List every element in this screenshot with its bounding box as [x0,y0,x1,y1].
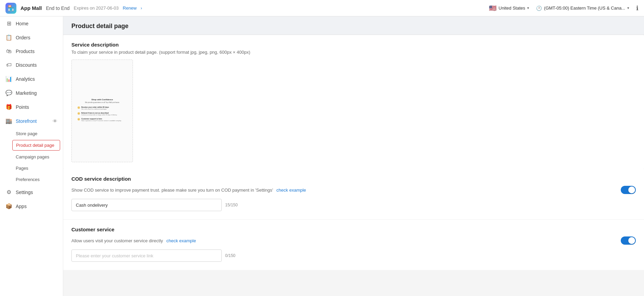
service-description-desc: To claim your service in product detail … [71,50,636,55]
discounts-icon: 🏷 [5,62,12,68]
storefront-icon: 🏬 [5,118,12,124]
page-header: Product detail page [63,16,644,35]
subnav-product-detail-page[interactable]: Product detail page [12,140,60,151]
customer-service-desc-text: Allow users visit your customer service … [71,238,163,243]
timezone-label: (GMT-05:00) Eastern Time (US & Cana... [544,5,625,11]
cod-desc-text: Show COD service to improve payment trus… [71,188,273,193]
mini-item-2: Customer support is here Have a question… [78,118,127,121]
subnav-preferences[interactable]: Preferences [0,174,63,185]
eye-icon[interactable]: 👁 [53,118,57,124]
region-chevron-icon: ▾ [527,6,529,10]
topbar-right: 🇺🇸 United States ▾ 🕐 (GMT-05:00) Eastern… [489,4,639,12]
customer-service-toggle-knob [628,237,635,244]
customer-service-check-example-link[interactable]: check example [166,238,196,243]
renew-arrow-icon: › [141,6,142,11]
customer-service-toggle[interactable] [621,236,636,245]
sidebar-item-orders[interactable]: 📋 Orders [0,30,63,44]
subnav-store-page[interactable]: Store page [0,128,63,139]
cod-check-example-link[interactable]: check example [276,188,306,193]
region-selector[interactable]: 🇺🇸 United States ▾ [489,4,529,12]
logo-icon: 🏪 [8,5,14,11]
expires-text: Expires on 2027-06-03 [74,5,119,11]
subnav-pages[interactable]: Pages [0,163,63,174]
renew-link[interactable]: Renew [123,5,136,11]
sidebar-label-marketing: Marketing [16,90,57,96]
sidebar-label-settings: Settings [16,190,57,195]
service-image-preview[interactable]: Shop with Confidence We provide guarante… [71,60,133,162]
customer-service-section: Customer service Allow users visit your … [63,219,644,270]
cod-char-count: 15/150 [225,203,238,207]
cod-desc-row: Show COD service to improve payment trus… [71,186,636,194]
sidebar-item-products[interactable]: 🛍 Products [0,44,63,58]
analytics-icon: 📊 [5,76,12,82]
customer-service-input-row: 0/150 [71,249,636,262]
sidebar-item-discounts[interactable]: 🏷 Discounts [0,58,63,72]
cod-toggle[interactable] [621,186,636,194]
mini-preview-title: Shop with Confidence [78,99,127,101]
topbar-left: 🏪 App Mall End to End Expires on 2027-06… [5,3,142,14]
sidebar-item-points[interactable]: 🎁 Points [0,100,63,114]
sidebar-item-apps[interactable]: 📦 Apps [0,199,63,213]
mini-preview-content: Shop with Confidence We provide guarante… [75,95,129,127]
mini-item-0: Receive your order within 60 days Get a … [78,106,127,110]
orders-icon: 📋 [5,34,12,41]
cod-toggle-knob [628,186,635,193]
app-logo: 🏪 [5,3,16,14]
home-icon: ⊞ [5,20,12,27]
app-name: App Mall [20,5,42,11]
subnav-campaign-pages[interactable]: Campaign pages [0,151,63,163]
cod-section: COD service description Show COD service… [63,169,644,219]
storefront-subnav: Store page Product detail page Campaign … [0,128,63,185]
flag-icon: 🇺🇸 [489,4,496,12]
sidebar-label-points: Points [16,104,57,110]
sidebar-item-analytics[interactable]: 📊 Analytics [0,72,63,86]
region-label: United States [498,5,525,11]
mini-bullet-2 [78,118,80,120]
sidebar-label-discounts: Discounts [16,62,57,68]
customer-service-desc-left: Allow users visit your customer service … [71,238,196,243]
mini-preview-subtitle: We provide guarantees on all Toys Mall p… [78,102,127,103]
customer-service-title: Customer service [71,227,114,232]
cod-input-row: 15/150 [71,199,636,211]
sidebar-label-products: Products [16,49,57,54]
marketing-icon: 💬 [5,90,12,96]
mini-item-text-1: Refund if item is not as described Conta… [81,112,117,116]
main-content: Product detail page Service description … [63,16,644,296]
points-icon: 🎁 [5,104,12,110]
cod-header: COD service description [71,176,636,184]
cod-desc-left: Show COD service to improve payment trus… [71,187,306,193]
products-icon: 🛍 [5,48,12,54]
cod-title: COD service description [71,176,131,182]
mini-item-1: Refund if item is not as described Conta… [78,112,127,116]
apps-icon: 📦 [5,203,12,209]
sidebar-label-home: Home [16,21,57,26]
help-icon[interactable]: ℹ [636,4,639,12]
service-description-card: Service description To claim your servic… [63,35,644,169]
topbar: 🏪 App Mall End to End Expires on 2027-06… [0,0,644,16]
service-description-title: Service description [71,42,636,48]
sidebar-item-home[interactable]: ⊞ Home [0,16,63,30]
sidebar-item-storefront[interactable]: 🏬 Storefront 👁 [0,114,63,128]
customer-service-header: Customer service [71,227,636,234]
customer-service-input[interactable] [71,249,222,262]
mini-bullet-1 [78,112,80,115]
layout: ⊞ Home 📋 Orders 🛍 Products 🏷 Discounts 📊… [0,16,644,296]
sidebar: ⊞ Home 📋 Orders 🛍 Products 🏷 Discounts 📊… [0,16,63,296]
clock-icon: 🕐 [536,5,542,11]
sidebar-item-settings[interactable]: ⚙ Settings [0,185,63,199]
timezone-selector[interactable]: 🕐 (GMT-05:00) Eastern Time (US & Cana...… [536,5,629,11]
sidebar-label-apps: Apps [16,204,57,209]
sidebar-label-orders: Orders [16,35,57,40]
customer-service-desc-row: Allow users visit your customer service … [71,236,636,245]
customer-service-char-count: 0/150 [225,253,235,258]
settings-icon: ⚙ [5,189,12,195]
sidebar-label-analytics: Analytics [16,76,57,82]
sidebar-item-marketing[interactable]: 💬 Marketing [0,86,63,100]
mini-item-text-2: Customer support is here Have a question… [81,118,121,121]
cod-input[interactable] [71,199,222,211]
page-title: Product detail page [71,23,636,30]
app-tagline: End to End [46,5,70,11]
mini-bullet-0 [78,106,80,109]
mini-item-text-0: Receive your order within 60 days Get a … [81,106,109,110]
sidebar-label-storefront: Storefront [16,118,49,124]
